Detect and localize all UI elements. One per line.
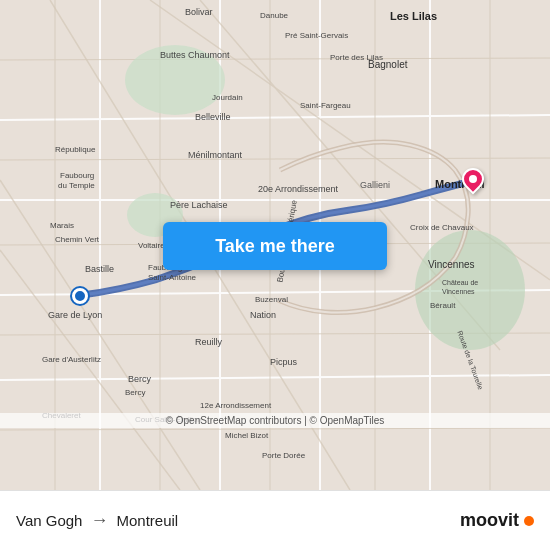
svg-text:Picpus: Picpus (270, 357, 298, 367)
svg-text:Pré Saint-Gervais: Pré Saint-Gervais (285, 31, 348, 40)
map-attribution: © OpenStreetMap contributors | © OpenMap… (0, 413, 550, 428)
svg-text:Marais: Marais (50, 221, 74, 230)
svg-text:Château de: Château de (442, 279, 478, 286)
svg-text:Croix de Chavaux: Croix de Chavaux (410, 223, 474, 232)
svg-text:Ménilmontant: Ménilmontant (188, 150, 243, 160)
moovit-logo: moovit (460, 510, 534, 531)
svg-text:Bercy: Bercy (128, 374, 152, 384)
svg-text:Porte Dorée: Porte Dorée (262, 451, 306, 460)
svg-text:Gare de Lyon: Gare de Lyon (48, 310, 102, 320)
svg-text:Chemin Vert: Chemin Vert (55, 235, 100, 244)
moovit-dot-icon (524, 516, 534, 526)
svg-text:Bastille: Bastille (85, 264, 114, 274)
take-me-there-button[interactable]: Take me there (163, 222, 387, 270)
arrow-icon: → (90, 510, 108, 531)
svg-text:Buzenval: Buzenval (255, 295, 288, 304)
svg-text:Michel Bizot: Michel Bizot (225, 431, 269, 440)
svg-text:Saint-Fargeau: Saint-Fargeau (300, 101, 351, 110)
svg-text:Gallieni: Gallieni (360, 180, 390, 190)
map-container: Les Lilas Bagnolet Montreuil Vincennes B… (0, 0, 550, 490)
svg-text:12e Arrondissement: 12e Arrondissement (200, 401, 272, 410)
origin-marker (72, 288, 88, 304)
svg-text:Vincennes: Vincennes (428, 259, 475, 270)
route-info: Van Gogh → Montreuil (16, 510, 460, 531)
svg-text:Gare d'Austerlitz: Gare d'Austerlitz (42, 355, 101, 364)
svg-text:Reuilly: Reuilly (195, 337, 223, 347)
svg-text:20e Arrondissement: 20e Arrondissement (258, 184, 339, 194)
svg-text:Bérault: Bérault (430, 301, 456, 310)
svg-text:Les Lilas: Les Lilas (390, 10, 437, 22)
svg-text:Faubourg: Faubourg (60, 171, 94, 180)
destination-marker (462, 168, 484, 196)
svg-text:Saint-Antoine: Saint-Antoine (148, 273, 197, 282)
svg-text:Vincennes: Vincennes (442, 288, 475, 295)
svg-text:Jourdain: Jourdain (212, 93, 243, 102)
svg-text:Voltaire: Voltaire (138, 241, 165, 250)
svg-text:Buttes Chaumont: Buttes Chaumont (160, 50, 230, 60)
svg-text:Père Lachaise: Père Lachaise (170, 200, 228, 210)
svg-text:du Temple: du Temple (58, 181, 95, 190)
svg-text:Bercy: Bercy (125, 388, 145, 397)
svg-text:Danube: Danube (260, 11, 289, 20)
bottom-bar: Van Gogh → Montreuil moovit (0, 490, 550, 550)
svg-text:Porte des Lilas: Porte des Lilas (330, 53, 383, 62)
svg-text:Nation: Nation (250, 310, 276, 320)
svg-text:République: République (55, 145, 96, 154)
origin-label: Van Gogh (16, 512, 82, 529)
destination-label: Montreuil (116, 512, 178, 529)
svg-text:Bolivar: Bolivar (185, 7, 213, 17)
moovit-text: moovit (460, 510, 519, 531)
svg-text:Belleville: Belleville (195, 112, 231, 122)
